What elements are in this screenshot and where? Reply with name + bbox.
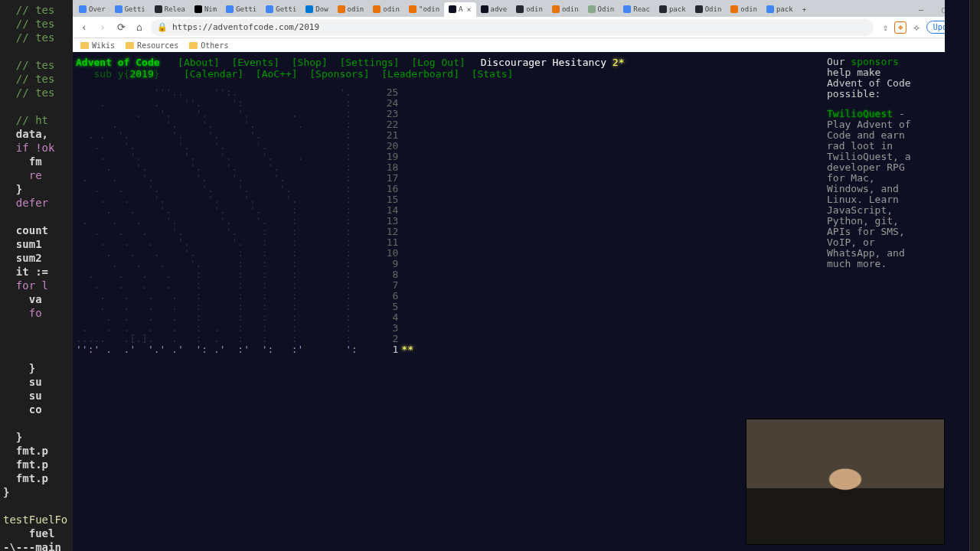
calendar-day[interactable]: ..... .[.]. . : . : : : : 2 xyxy=(76,334,977,344)
calendar-day[interactable]: . . . . . : . : : : : 3 xyxy=(76,323,977,334)
browser-tab[interactable]: Getti xyxy=(221,2,261,17)
nav-link[interactable]: [Log Out] xyxy=(411,57,465,68)
browser-tab[interactable]: Relea xyxy=(150,2,190,17)
minimize-button[interactable]: — xyxy=(910,2,933,17)
sponsor-link[interactable]: TwilioQuest xyxy=(827,108,893,119)
browser-tab[interactable]: Odin xyxy=(583,2,619,17)
nav-link[interactable]: [AoC++] xyxy=(256,68,298,80)
browser-tab[interactable]: odin xyxy=(368,2,404,17)
url-text: https://adventofcode.com/2019 xyxy=(172,22,319,32)
nav-link[interactable]: [Sponsors] xyxy=(309,68,369,80)
tab-strip: OverGettiReleaNimGettiGettiDowodinodin"o… xyxy=(73,0,980,17)
browser-tab[interactable]: adve xyxy=(476,2,512,17)
folder-icon xyxy=(80,42,89,49)
folder-icon xyxy=(189,42,198,49)
puzzle-icon[interactable]: ✧ xyxy=(913,20,920,34)
nav-link[interactable]: [Stats] xyxy=(472,68,514,80)
browser-tab[interactable]: pack xyxy=(655,2,691,17)
back-button[interactable]: ‹ xyxy=(77,21,91,34)
browser-tab[interactable]: odin xyxy=(547,2,583,17)
calendar-day[interactable]: '':' . .' '.' .' ': .' :' ': :' ': 1** xyxy=(76,344,977,355)
event-year[interactable]: 2019 xyxy=(129,68,153,80)
browser-tab[interactable]: odin xyxy=(726,2,762,17)
close-tab-icon[interactable]: × xyxy=(466,5,471,14)
bookmark-folder[interactable]: Resources xyxy=(126,41,178,50)
browser-tab[interactable]: Reac xyxy=(619,2,655,17)
browser-tab[interactable]: "odin xyxy=(404,2,444,17)
browser-tab[interactable]: Getti xyxy=(261,2,301,17)
browser-tab[interactable]: odin xyxy=(511,2,547,17)
browser-tab[interactable]: Over xyxy=(74,2,110,17)
folder-icon xyxy=(126,42,134,49)
shirt-text: D.A.D.D. xyxy=(792,518,899,530)
sponsors-link[interactable]: sponsors xyxy=(851,56,899,67)
forward-button[interactable]: › xyxy=(96,21,109,34)
nav-link[interactable]: [Leaderboard] xyxy=(381,68,459,80)
home-button[interactable]: ⌂ xyxy=(132,21,146,34)
address-bar: ‹ › ⟳ ⌂ 🔒 https://adventofcode.com/2019 … xyxy=(73,17,980,38)
browser-tab[interactable]: odin xyxy=(333,2,369,17)
sponsor-sidebar: Our sponsors help make Advent of Code po… xyxy=(827,57,919,269)
nav-link[interactable]: [Settings] xyxy=(339,57,399,68)
browser-chrome: OverGettiReleaNimGettiGettiDowodinodin"o… xyxy=(73,0,980,52)
browser-tab[interactable]: pack xyxy=(762,2,798,17)
webcam-overlay: D.A.D.D. xyxy=(746,419,945,545)
calendar-day[interactable]: . . . . : : : : : 8 xyxy=(76,269,977,280)
right-gutter xyxy=(945,0,969,551)
new-tab-button[interactable]: + xyxy=(798,2,811,17)
url-input[interactable]: 🔒 https://adventofcode.com/2019 xyxy=(151,19,874,36)
code-editor-background: // tes // tes // tes // tes // tes // te… xyxy=(0,0,73,551)
calendar-day[interactable]: . . . . : : : : : 4 xyxy=(76,312,977,323)
calendar-day[interactable]: . . . . : : : : : 6 xyxy=(76,291,977,302)
nav-link[interactable]: [About] xyxy=(178,57,220,68)
bookmark-folder[interactable]: Wikis xyxy=(80,41,115,50)
nav-link[interactable]: [Events] xyxy=(232,57,280,68)
share-icon[interactable]: ⇪ xyxy=(883,22,888,33)
nav-link[interactable]: [Shop] xyxy=(292,57,328,68)
browser-tab[interactable]: Nim xyxy=(190,2,221,17)
user-name: Discourager Hesitancy 2* xyxy=(481,57,625,68)
site-title[interactable]: Advent of Code xyxy=(76,57,160,68)
calendar-day[interactable]: . . . . : : : : : 7 xyxy=(76,280,977,291)
lock-icon: 🔒 xyxy=(157,22,168,32)
browser-tab[interactable]: Dow xyxy=(301,2,332,17)
scrollbar-track[interactable] xyxy=(969,0,980,551)
nav-link[interactable]: [Calendar] xyxy=(184,68,243,80)
browser-tab[interactable]: Getti xyxy=(110,2,150,17)
star-count: 2* xyxy=(612,57,625,68)
bookmark-folder[interactable]: Others xyxy=(189,41,228,50)
browser-tab[interactable]: A× xyxy=(444,2,475,17)
bookmarks-bar: WikisResourcesOthers xyxy=(73,38,980,52)
browser-tab[interactable]: Odin xyxy=(691,2,727,17)
extensions-icon[interactable]: ❖ xyxy=(894,21,906,34)
calendar-day[interactable]: . . . . : : : : : 5 xyxy=(76,302,977,312)
reload-button[interactable]: ⟳ xyxy=(114,21,128,34)
